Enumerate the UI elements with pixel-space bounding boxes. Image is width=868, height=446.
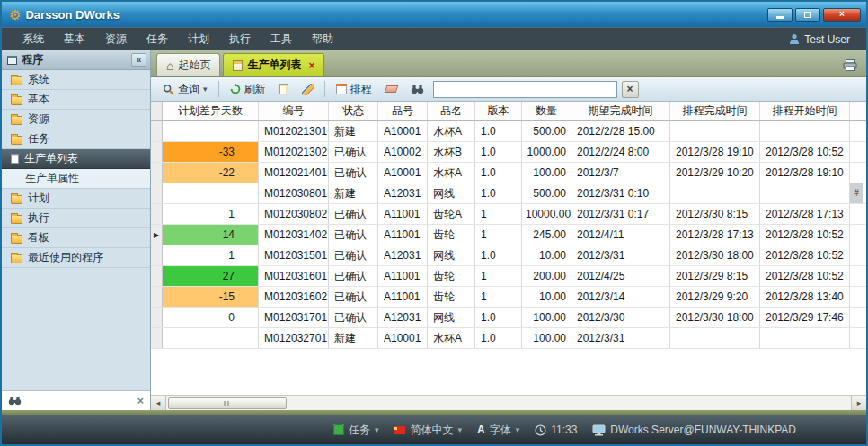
table-cell[interactable]: M012030801 [259, 183, 329, 203]
table-cell[interactable]: A11001 [378, 266, 428, 286]
table-cell[interactable]: 2012/3/28 10:52 [760, 225, 850, 245]
table-cell[interactable]: 2012/3/28 10:52 [760, 266, 850, 286]
table-cell[interactable]: A11001 [378, 204, 428, 224]
row-selector[interactable] [151, 121, 163, 141]
table-cell[interactable]: 2012/3/28 17:13 [760, 204, 850, 224]
table-cell[interactable]: 新建 [329, 328, 378, 348]
table-cell[interactable]: A10001 [378, 121, 428, 141]
table-cell[interactable]: 1 [475, 287, 522, 307]
table-cell[interactable]: 2012/3/31 0:17 [571, 204, 670, 224]
sidebar-item[interactable]: 执行 [2, 209, 150, 228]
table-cell[interactable]: 2012/3/31 [571, 328, 670, 348]
table-cell[interactable]: 水杯A [428, 163, 475, 183]
table-cell[interactable] [760, 121, 850, 141]
row-selector[interactable]: ▶ [151, 225, 163, 245]
scroll-left-button[interactable]: ◂ [151, 396, 166, 410]
query-button[interactable]: 查询 ▾ [158, 80, 212, 99]
table-cell[interactable]: 1.0 [475, 183, 522, 203]
table-cell[interactable]: M012021301 [259, 121, 329, 141]
table-cell[interactable]: 2012/3/31 0:10 [571, 183, 670, 203]
table-cell[interactable]: 已确认 [329, 163, 378, 183]
table-cell[interactable] [163, 328, 259, 348]
table-cell[interactable]: 1.0 [475, 142, 522, 162]
table-cell[interactable]: 0 [163, 308, 259, 327]
table-cell[interactable]: M012030802 [259, 204, 329, 224]
table-cell[interactable]: 2012/3/30 18:00 [670, 308, 760, 327]
table-cell[interactable]: M012021302 [259, 142, 329, 162]
eraser-button[interactable] [381, 84, 402, 94]
table-row[interactable]: 1M012031501已确认A12031网线1.010.002012/3/312… [151, 245, 866, 266]
menu-item[interactable]: 资源 [95, 31, 137, 47]
sidebar-item[interactable]: 最近使用的程序 [2, 248, 150, 268]
table-cell[interactable]: 1.0 [475, 163, 522, 183]
table-cell[interactable]: 齿轮A [428, 204, 475, 224]
table-cell[interactable]: A10002 [378, 142, 428, 162]
table-cell[interactable]: M012031701 [259, 308, 329, 327]
table-cell[interactable]: 200.00 [522, 266, 571, 286]
row-selector[interactable] [151, 204, 163, 224]
table-cell[interactable]: 2012/3/30 18:00 [670, 245, 760, 265]
maximize-button[interactable] [795, 8, 820, 22]
table-cell[interactable]: 2012/2/24 8:00 [571, 142, 670, 162]
search-input[interactable] [433, 81, 617, 98]
row-selector[interactable] [151, 142, 163, 162]
menu-item[interactable]: 工具 [261, 31, 302, 47]
table-cell[interactable]: 1 [475, 225, 522, 245]
table-cell[interactable]: 2012/3/7 [571, 163, 670, 183]
table-cell[interactable] [163, 121, 259, 141]
schedule-button[interactable]: 排程 [332, 80, 376, 99]
table-cell[interactable]: 2012/3/29 17:46 [760, 308, 850, 327]
row-selector[interactable] [151, 266, 163, 286]
task-menu[interactable]: 任务 ▾ [333, 423, 379, 438]
row-selector[interactable] [151, 287, 163, 307]
table-cell[interactable]: A12031 [378, 183, 428, 203]
table-cell[interactable]: A11001 [378, 225, 428, 245]
table-cell[interactable]: 水杯B [428, 142, 475, 162]
table-row[interactable]: 1M012030802已确认A11001齿轮A110000.002012/3/3… [151, 204, 866, 225]
table-cell[interactable]: 14 [163, 225, 259, 245]
table-cell[interactable]: A11001 [378, 287, 428, 307]
table-cell[interactable]: 1000.00 [522, 142, 571, 162]
tab-close-icon[interactable]: × [308, 59, 314, 72]
scroll-right-button[interactable]: ▸ [851, 396, 866, 410]
table-cell[interactable]: M012031601 [259, 266, 329, 286]
table-cell[interactable]: 已确认 [329, 266, 378, 286]
table-cell[interactable]: 1.0 [475, 245, 522, 265]
font-menu[interactable]: A 字体 ▾ [477, 423, 519, 438]
table-cell[interactable]: 1.0 [475, 121, 522, 141]
column-header[interactable]: 版本 [475, 102, 522, 120]
table-cell[interactable]: 1 [163, 245, 259, 265]
table-cell[interactable]: 1 [475, 266, 522, 286]
table-cell[interactable]: 已确认 [329, 142, 378, 162]
column-header[interactable]: 排程开始时间 [760, 102, 850, 120]
column-header[interactable]: 编号 [259, 102, 329, 120]
find-button[interactable] [406, 83, 429, 96]
table-cell[interactable]: 1.0 [475, 328, 522, 348]
table-cell[interactable]: 新建 [329, 121, 378, 141]
sidebar-item[interactable]: 系统 [2, 70, 150, 90]
close-button[interactable]: × [823, 8, 861, 22]
table-cell[interactable]: 2012/2/28 15:00 [571, 121, 670, 141]
table-cell[interactable]: 1 [163, 204, 259, 224]
find-icon[interactable] [8, 396, 22, 406]
table-cell[interactable]: 已确认 [329, 287, 378, 307]
user-info[interactable]: Test User [789, 33, 855, 46]
table-row[interactable]: 27M012031601已确认A11001齿轮1200.002012/4/252… [151, 266, 866, 287]
sidebar-item[interactable]: 基本 [2, 90, 150, 110]
row-selector[interactable] [151, 245, 163, 265]
table-cell[interactable]: 已确认 [329, 225, 378, 245]
table-cell[interactable]: 100.00 [522, 328, 571, 348]
tab[interactable]: 生产单列表× [223, 53, 324, 76]
table-cell[interactable]: 100.00 [522, 308, 571, 327]
table-cell[interactable]: 500.00 [522, 183, 571, 203]
edit-button[interactable] [297, 82, 318, 97]
column-header[interactable]: 品名 [428, 102, 475, 120]
table-cell[interactable]: 1.0 [475, 308, 522, 327]
table-cell[interactable]: 水杯A [428, 328, 475, 348]
language-menu[interactable]: 简体中文 ▾ [394, 423, 462, 438]
table-cell[interactable]: 2012/3/28 19:10 [760, 163, 850, 183]
sidebar-item[interactable]: 任务 [2, 129, 150, 149]
table-cell[interactable] [163, 183, 259, 203]
column-header[interactable]: 计划差异天数 [163, 102, 259, 120]
table-cell[interactable]: A12031 [378, 308, 428, 327]
